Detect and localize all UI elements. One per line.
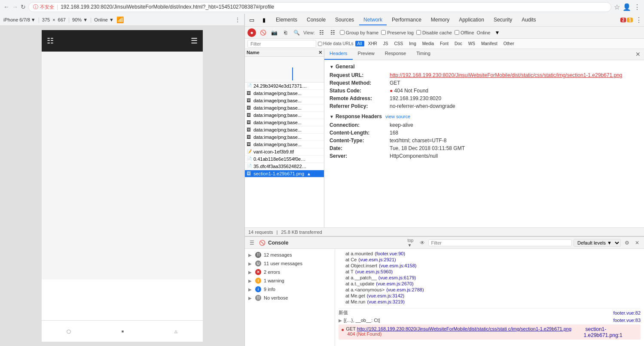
devtools-more-icon[interactable]: ⋮ [635,16,642,24]
stack-link[interactable]: (vue.esm.js:2788) [386,287,424,292]
list-item[interactable]: 🖼 data:image/png;base... [245,90,324,97]
filter-img[interactable]: Img [407,41,418,46]
forward-icon[interactable]: → [12,3,18,10]
nav-profile[interactable]: △ [174,329,177,334]
offline-checkbox[interactable] [455,30,459,35]
stack-link[interactable]: (vue.esm.js:5960) [355,269,393,274]
filter-media[interactable]: Media [420,41,436,46]
more-icon[interactable]: ⋮ [634,3,641,11]
record-button[interactable]: ● [247,28,256,37]
filter-button[interactable]: ⎗ [281,28,290,37]
console-sidebar-icon[interactable]: ☰ [247,239,256,247]
console-info-item[interactable]: ▶ i 9 info [245,285,335,294]
filter-manifest[interactable]: Manifest [479,41,500,46]
zoom-selector[interactable]: 90% ▼ [72,17,88,22]
stack-link[interactable]: (vue.esm.js:3219) [367,299,404,304]
toolbar-more-icon[interactable]: ⋮ [235,16,241,23]
tab-security[interactable]: Security [489,15,516,25]
console-user-item[interactable]: ▶ U 11 user messages [245,259,335,268]
stack-link[interactable]: (vue.esm.js:2670) [376,281,413,286]
tab-response[interactable]: Response [380,49,412,60]
console-messages-item[interactable]: ▶ ☷ 12 messages [245,251,335,259]
filter-css[interactable]: CSS [392,41,406,46]
network-selector[interactable]: Online ▼ [94,17,114,22]
stop-button[interactable]: 🚫 [259,28,267,37]
throttle-icon[interactable]: 📶 [116,16,124,23]
footer-link[interactable]: footer.vue:82 [613,310,641,315]
filter-all[interactable]: All [355,41,364,46]
tab-headers[interactable]: Headers [324,49,353,60]
view-source-link[interactable]: view source [385,114,410,119]
list-item[interactable]: 📄 0.41ab118e6e1554f0e… [245,156,324,163]
tab-network[interactable]: Network [359,15,387,25]
close-details-icon[interactable]: ✕ [318,50,322,55]
bookmark-icon[interactable]: ☆ [614,3,620,11]
tab-performance[interactable]: Performance [388,15,426,25]
list-item[interactable]: 🖼 data:image/png;base... [245,126,324,134]
filter-other[interactable]: Other [501,41,516,46]
dock-side-icon[interactable]: ▮ [259,15,269,25]
console-level-select[interactable]: Default levels ▼ [574,239,621,247]
reload-icon[interactable]: ↻ [21,3,26,10]
address-input[interactable]: ⓘ 不安全 | 192.168.199.230:8020/JinsuiWebsi… [28,2,611,12]
tab-sources[interactable]: Sources [331,15,358,25]
list-item[interactable]: 🖼 data:image/png;base... [245,97,324,104]
list-item[interactable]: 🖼 data:image/png;base... [245,141,324,148]
close-details-button[interactable]: ✕ [632,49,644,60]
tab-application[interactable]: Application [455,15,488,25]
tab-audits[interactable]: Audits [517,15,540,25]
tab-elements[interactable]: Elements [272,15,302,25]
preserve-log-checkbox[interactable] [381,30,386,35]
tab-preview[interactable]: Preview [353,49,380,60]
account-icon[interactable]: 👤 [623,3,631,11]
tab-console[interactable]: Console [302,15,330,25]
console-close-icon[interactable]: ✕ [633,239,641,247]
footer-obj-link[interactable]: footer.vue:83 [613,318,641,323]
dock-icon[interactable]: ▭ [247,15,257,25]
filter-doc[interactable]: Doc [452,41,464,46]
stack-link[interactable]: (vue.esm.js:4158) [379,263,416,268]
device-selector[interactable]: iPhone 6/7/8 ▼ [3,17,36,22]
console-verbose-item[interactable]: ▶ ☷ No verbose [245,294,335,302]
console-menu-icon[interactable]: top ▼ [408,239,416,247]
console-settings-icon[interactable]: ⚙ [623,239,631,247]
expand-icon[interactable]: ▶ [339,318,342,323]
hamburger-icon[interactable]: ☰ [191,36,198,46]
console-warnings-item[interactable]: ▶ ! 1 warning [245,276,335,285]
hide-data-urls-checkbox[interactable] [318,42,322,46]
search-button[interactable]: 🔍 [292,28,301,37]
list-view-icon[interactable]: ☷ [317,28,326,37]
console-clear-icon[interactable]: 🚫 [258,239,266,247]
stack-link[interactable]: (footer.vue:90) [375,251,405,256]
grid-view-icon[interactable]: ☷ [329,28,337,37]
console-errors-item[interactable]: ▶ ✕ 2 errors [245,268,335,276]
tab-memory[interactable]: Memory [427,15,454,25]
nav-home[interactable]: ◯ [67,329,71,334]
nav-shop[interactable]: ■ [122,329,124,334]
stack-link[interactable]: (vue.esm.js:2921) [358,257,396,262]
back-icon[interactable]: ← [3,3,9,10]
list-item[interactable]: 🖼 data:image/png;base... [245,104,324,112]
error-ref-link[interactable]: section1-1.e29b671.png:1 [584,326,623,338]
console-eye-icon[interactable]: 👁 [418,239,427,247]
console-filter-input[interactable] [428,239,572,246]
list-item[interactable]: 📝 vant-icon-1ef3b9.ttf [245,148,324,156]
list-item[interactable]: 🖼 data:image/png;base... [245,112,324,119]
group-by-frame-checkbox[interactable] [340,30,345,35]
list-item[interactable]: 🖼 data:image/png;base... [245,119,324,126]
stack-link[interactable]: (vue.esm.js:3142) [367,293,404,298]
online-dropdown-icon[interactable]: ▼ [493,28,501,37]
list-item-selected[interactable]: 🖼 section1-1.e29b671.png ▲ [245,170,324,178]
error-url-link[interactable]: http://192.168.199.230:8020/JinsuiWebsit… [357,326,571,331]
list-item[interactable]: 📄 35.dfc4f3aa335624822… [245,163,324,170]
stack-link[interactable]: (vue.esm.js:6179) [378,275,416,280]
disable-cache-checkbox[interactable] [416,30,421,35]
tab-timing[interactable]: Timing [411,49,436,60]
camera-button[interactable]: 📷 [270,28,278,37]
filter-input[interactable] [247,40,316,48]
filter-js[interactable]: JS [381,41,391,46]
filter-font[interactable]: Font [438,41,451,46]
list-item[interactable]: 🖼 data:image/png;base... [245,134,324,141]
filter-xhr[interactable]: XHR [366,41,379,46]
list-item[interactable]: 📄 24.29b34924e3d17371… [245,83,324,90]
